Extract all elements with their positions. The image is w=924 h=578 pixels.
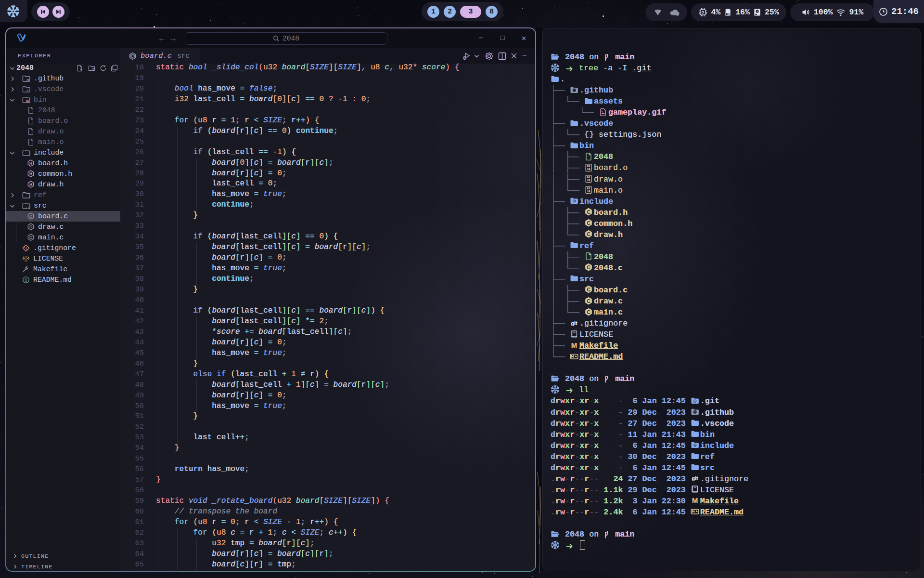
svg-text:C: C — [587, 232, 590, 237]
svg-text:git: git — [692, 475, 698, 481]
svg-text:C: C — [587, 287, 590, 292]
svg-text:C: C — [587, 298, 590, 303]
svg-text:C: C — [587, 221, 590, 226]
svg-text:10: 10 — [587, 179, 590, 182]
svg-text:H: H — [29, 182, 32, 187]
svg-text:M: M — [571, 341, 578, 349]
svg-text:(): () — [26, 206, 29, 209]
svg-text:H: H — [29, 161, 32, 166]
svg-text:10: 10 — [587, 168, 590, 171]
svg-text:10: 10 — [587, 190, 590, 193]
svg-text:H: H — [29, 171, 32, 176]
svg-text:C: C — [587, 309, 590, 315]
svg-text:C: C — [29, 214, 32, 219]
svg-text:C: C — [587, 265, 590, 270]
svg-text:C: C — [587, 210, 590, 215]
svg-text:M: M — [692, 496, 698, 504]
svg-text:git: git — [571, 320, 578, 326]
svg-text:C: C — [29, 235, 32, 240]
svg-text:C: C — [29, 224, 32, 229]
